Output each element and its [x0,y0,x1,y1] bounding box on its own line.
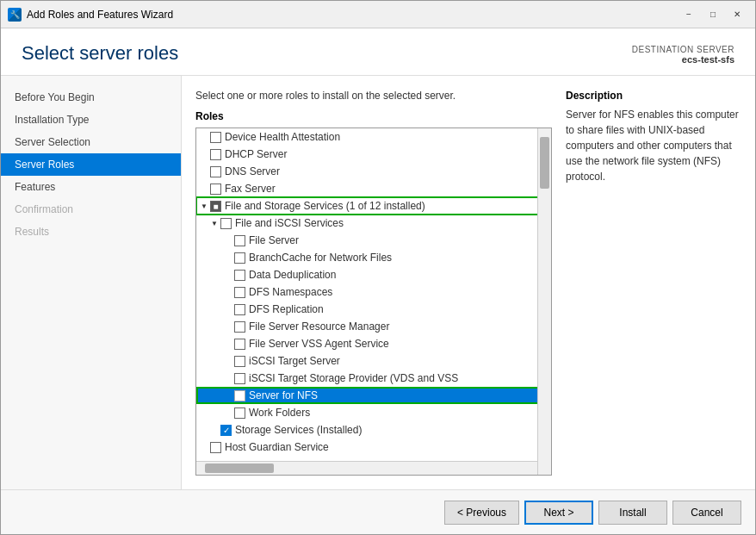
sidebar: Before You Begin Installation Type Serve… [1,76,182,489]
role-label: Storage Services (Installed) [235,424,362,436]
expand-icon [224,374,232,383]
expand-icon [224,408,232,417]
checkbox-fsrm[interactable] [234,321,245,333]
checkbox-dfs-ns[interactable] [234,287,245,298]
description-panel: Description Server for NFS enables this … [552,90,741,476]
wizard-header: Select server roles DESTINATION SERVER e… [1,28,755,76]
role-label: BranchCache for Network Files [249,252,392,264]
list-item-server-nfs[interactable]: Server for NFS [196,387,551,404]
expand-icon [224,271,232,279]
role-label: Host Guardian Service [225,441,329,453]
checkbox-branchcache[interactable] [234,252,245,264]
sidebar-item-before-you-begin[interactable]: Before You Begin [1,86,181,109]
list-item[interactable]: File Server [196,232,551,249]
checkbox-iscsi-target[interactable] [234,356,245,367]
expand-icon [200,167,208,176]
scroll-thumb[interactable] [540,137,549,189]
checkbox-device-health[interactable] [210,132,221,143]
list-item[interactable]: ▼ File and iSCSI Services [196,215,551,232]
horiz-thumb[interactable] [205,463,274,473]
description-text: Server for NFS enables this computer to … [566,107,741,184]
list-item[interactable]: ✓ Storage Services (Installed) [196,421,551,439]
expand-icon [224,236,232,245]
destination-label: DESTINATION SERVER [632,45,734,54]
close-button[interactable]: ✕ [726,6,748,23]
checkbox-data-dedup[interactable] [234,270,245,281]
list-item[interactable]: Host Guardian Service [196,439,551,456]
list-item[interactable]: DHCP Server [196,146,551,163]
expand-icon [200,443,208,451]
checkbox-file-iscsi[interactable] [220,218,232,229]
role-label: DNS Server [225,165,280,177]
checkbox-fax[interactable] [210,184,221,195]
cancel-button[interactable]: Cancel [672,501,741,525]
window-title: Add Roles and Features Wizard [27,9,678,21]
sidebar-item-confirmation: Confirmation [1,198,181,221]
list-item[interactable]: DFS Namespaces [196,283,551,301]
role-label: DFS Replication [249,303,324,315]
checkbox-host-guardian[interactable] [210,442,221,453]
roles-scroll-area[interactable]: Device Health Attestation DHCP Server [196,128,551,475]
minimize-button[interactable]: − [678,6,700,23]
checkbox-work-folders[interactable] [234,407,245,419]
sidebar-item-features[interactable]: Features [1,176,181,198]
list-item[interactable]: ▼ ■ File and Storage Services (1 of 12 i… [196,197,551,215]
expand-icon [224,288,232,296]
checkbox-storage-services[interactable]: ✓ [220,425,232,436]
role-label: Data Deduplication [249,269,336,281]
list-item[interactable]: iSCSI Target Server [196,352,551,370]
destination-value: ecs-test-sfs [632,54,734,65]
horizontal-scrollbar[interactable] [196,461,537,475]
list-item[interactable]: Data Deduplication [196,266,551,283]
checkbox-file-storage[interactable]: ■ [210,201,221,212]
sidebar-item-server-roles[interactable]: Server Roles [1,153,181,176]
list-item[interactable]: DFS Replication [196,301,551,318]
expand-icon: ▼ [210,219,219,227]
install-button[interactable]: Install [598,501,667,525]
wizard-body: Select server roles DESTINATION SERVER e… [1,28,755,534]
checkbox-dfs-rep[interactable] [234,304,245,315]
instruction-text: Select one or more roles to install on t… [195,90,552,102]
wizard-footer: < Previous Next > Install Cancel [1,489,755,534]
main-inner: Select one or more roles to install on t… [182,76,755,489]
roles-listbox[interactable]: Device Health Attestation DHCP Server [195,128,552,476]
sidebar-item-installation-type[interactable]: Installation Type [1,109,181,131]
expand-icon: ▼ [200,202,208,210]
maximize-button[interactable]: □ [702,6,724,23]
role-label: iSCSI Target Server [249,355,340,367]
list-item[interactable]: iSCSI Target Storage Provider (VDS and V… [196,370,551,387]
role-label: File Server Resource Manager [249,320,389,333]
expand-icon [224,339,232,348]
window-controls: − □ ✕ [678,6,748,23]
checkbox-dns[interactable] [210,166,221,177]
checkbox-vss[interactable] [234,339,245,350]
list-item[interactable]: File Server Resource Manager [196,318,551,335]
expand-icon [224,305,232,314]
role-label: iSCSI Target Storage Provider (VDS and V… [249,372,458,384]
expand-icon [200,133,208,141]
main-panel: Select one or more roles to install on t… [182,76,755,489]
expand-icon [210,426,219,434]
expand-icon [224,357,232,365]
next-button[interactable]: Next > [524,501,593,525]
wizard-window: 🔧 Add Roles and Features Wizard − □ ✕ Se… [0,0,756,535]
checkbox-server-nfs[interactable] [234,390,245,401]
checkbox-file-server[interactable] [234,235,245,246]
roles-label: Roles [195,110,552,122]
checkbox-dhcp[interactable] [210,149,221,160]
sidebar-item-server-selection[interactable]: Server Selection [1,131,181,153]
vertical-scrollbar[interactable] [537,128,551,475]
role-label: Server for NFS [249,389,318,401]
destination-server: DESTINATION SERVER ecs-test-sfs [632,45,734,65]
roles-section: Select one or more roles to install on t… [195,90,552,476]
list-item[interactable]: BranchCache for Network Files [196,249,551,266]
checkbox-iscsi-storage[interactable] [234,373,245,384]
expand-icon [200,184,208,193]
list-item[interactable]: Work Folders [196,404,551,421]
list-item[interactable]: DNS Server [196,163,551,180]
list-item[interactable]: File Server VSS Agent Service [196,335,551,352]
previous-button[interactable]: < Previous [444,501,519,525]
role-label: File Server VSS Agent Service [249,338,389,350]
list-item[interactable]: Device Health Attestation [196,128,551,146]
list-item[interactable]: Fax Server [196,180,551,197]
